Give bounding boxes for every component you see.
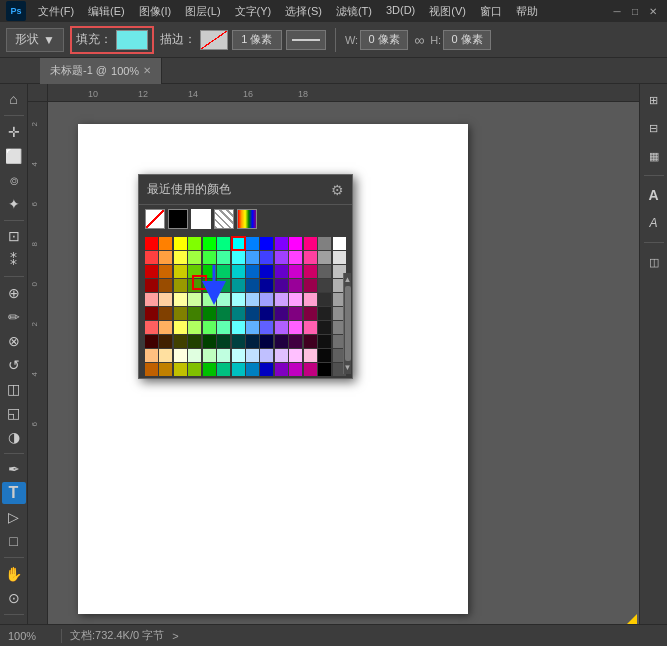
color-cell[interactable] xyxy=(188,307,201,320)
tab-close-button[interactable]: ✕ xyxy=(143,65,151,76)
color-cell[interactable] xyxy=(275,237,288,250)
color-cell[interactable] xyxy=(260,349,273,362)
magic-wand-tool[interactable]: ✦ xyxy=(2,193,26,215)
pen-tool[interactable]: ✒ xyxy=(2,459,26,481)
color-cell[interactable] xyxy=(289,279,302,292)
color-cell[interactable] xyxy=(145,321,158,334)
color-cell[interactable] xyxy=(333,237,346,250)
color-cell[interactable] xyxy=(246,279,259,292)
color-cell[interactable] xyxy=(159,307,172,320)
menu-3d[interactable]: 3D(D) xyxy=(380,2,421,21)
menu-file[interactable]: 文件(F) xyxy=(32,2,80,21)
color-cell[interactable] xyxy=(203,265,216,278)
chain-icon[interactable]: ∞ xyxy=(414,32,424,48)
color-cell[interactable] xyxy=(188,335,201,348)
color-cell[interactable] xyxy=(188,265,201,278)
color-cell[interactable] xyxy=(318,279,331,292)
color-cell[interactable] xyxy=(203,237,216,250)
color-cell[interactable] xyxy=(318,363,331,376)
color-cell[interactable] xyxy=(203,363,216,376)
color-cell[interactable] xyxy=(174,237,187,250)
color-cell[interactable] xyxy=(304,335,317,348)
color-cell[interactable] xyxy=(159,279,172,292)
history-brush-tool[interactable]: ↺ xyxy=(2,354,26,376)
color-cell[interactable] xyxy=(145,293,158,306)
color-cell[interactable] xyxy=(174,293,187,306)
color-cell[interactable] xyxy=(318,321,331,334)
color-cell[interactable] xyxy=(203,251,216,264)
swatch-black-button[interactable] xyxy=(168,209,188,229)
color-cell[interactable] xyxy=(174,349,187,362)
color-cell[interactable] xyxy=(289,349,302,362)
swatch-gradient-button[interactable] xyxy=(237,209,257,229)
right-tool-layers[interactable]: ◫ xyxy=(642,250,666,274)
color-cell[interactable] xyxy=(203,321,216,334)
dodge-tool[interactable]: ◑ xyxy=(2,426,26,448)
color-cell[interactable] xyxy=(246,335,259,348)
color-cell[interactable] xyxy=(304,237,317,250)
shape-tool[interactable]: □ xyxy=(2,530,26,552)
color-cell[interactable] xyxy=(217,237,230,250)
stroke-line-style[interactable] xyxy=(286,30,326,50)
type-tool[interactable]: T xyxy=(2,482,26,504)
color-cell[interactable] xyxy=(217,349,230,362)
fill-color-swatch[interactable] xyxy=(116,30,148,50)
menu-help[interactable]: 帮助 xyxy=(510,2,544,21)
color-cell[interactable] xyxy=(304,363,317,376)
right-tool-2[interactable]: ⊟ xyxy=(642,116,666,140)
color-cell[interactable] xyxy=(145,251,158,264)
color-cell[interactable] xyxy=(217,293,230,306)
width-input[interactable] xyxy=(360,30,408,50)
color-cell[interactable] xyxy=(217,363,230,376)
color-cell[interactable] xyxy=(246,237,259,250)
color-cell[interactable] xyxy=(174,321,187,334)
color-cell[interactable] xyxy=(188,279,201,292)
menu-view[interactable]: 视图(V) xyxy=(423,2,472,21)
color-cell[interactable] xyxy=(174,363,187,376)
menu-text[interactable]: 文字(Y) xyxy=(229,2,278,21)
color-cell[interactable] xyxy=(217,321,230,334)
color-cell[interactable] xyxy=(318,349,331,362)
color-cell[interactable] xyxy=(232,335,245,348)
color-cell[interactable] xyxy=(188,293,201,306)
color-cell[interactable] xyxy=(174,265,187,278)
gradient-tool[interactable]: ◱ xyxy=(2,402,26,424)
status-arrow[interactable]: > xyxy=(172,630,178,642)
document-tab[interactable]: 未标题-1 @ 100% ✕ xyxy=(40,58,162,84)
right-tool-palette[interactable]: ▦ xyxy=(642,144,666,168)
color-cell[interactable] xyxy=(260,307,273,320)
move-tool[interactable]: ✛ xyxy=(2,121,26,143)
color-cell[interactable] xyxy=(318,335,331,348)
color-cell[interactable] xyxy=(318,307,331,320)
color-cell[interactable] xyxy=(159,335,172,348)
color-cell[interactable] xyxy=(289,251,302,264)
spot-heal-tool[interactable]: ⊕ xyxy=(2,282,26,304)
color-cell[interactable] xyxy=(203,335,216,348)
eyedropper-tool[interactable]: ⁑ xyxy=(2,249,26,271)
color-picker-gear-icon[interactable]: ⚙ xyxy=(331,182,344,198)
color-cell[interactable] xyxy=(232,307,245,320)
color-cell[interactable] xyxy=(174,307,187,320)
color-cell[interactable] xyxy=(275,321,288,334)
color-cell[interactable] xyxy=(275,293,288,306)
color-cell[interactable] xyxy=(289,293,302,306)
color-cell[interactable] xyxy=(232,363,245,376)
color-cell[interactable] xyxy=(217,279,230,292)
color-cell[interactable] xyxy=(159,321,172,334)
color-cell[interactable] xyxy=(260,293,273,306)
minimize-button[interactable]: ─ xyxy=(609,3,625,19)
color-cell[interactable] xyxy=(260,265,273,278)
color-cell[interactable] xyxy=(188,349,201,362)
color-cell[interactable] xyxy=(232,279,245,292)
scroll-up-arrow[interactable]: ▲ xyxy=(344,275,352,284)
color-cell[interactable] xyxy=(260,251,273,264)
color-cell[interactable] xyxy=(159,251,172,264)
color-cell[interactable] xyxy=(232,237,245,250)
home-tool[interactable]: ⌂ xyxy=(2,88,26,110)
scroll-down-arrow[interactable]: ▼ xyxy=(344,363,352,372)
color-cell[interactable] xyxy=(203,293,216,306)
color-cell[interactable] xyxy=(174,251,187,264)
color-cell[interactable] xyxy=(232,265,245,278)
color-cell[interactable] xyxy=(275,335,288,348)
right-tool-1[interactable]: ⊞ xyxy=(642,88,666,112)
